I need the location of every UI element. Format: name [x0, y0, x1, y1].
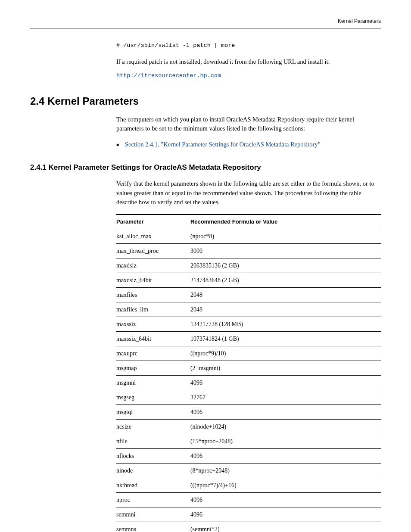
param-name-cell: ksi_alloc_max [116, 229, 190, 243]
param-name-cell: semmni [116, 507, 190, 522]
section-xref-list: Section 2.4.1, "Kernel Parameter Setting… [116, 140, 381, 149]
section-title-text: Kernel Parameters [47, 95, 139, 107]
param-value-cell: ((nproc*9)/10) [190, 346, 381, 361]
table-header-row: Parameter Recommended Formula or Value [116, 215, 381, 229]
param-value-cell: (semmni*2) [190, 522, 381, 532]
table-body: ksi_alloc_max(nproc*8)max_thread_proc300… [116, 229, 381, 532]
table-row: semmns(semmni*2) [116, 522, 381, 532]
table-row: msgmap(2+msgmni) [116, 361, 381, 375]
section-2-4-1-heading: 2.4.1 Kernel Parameter Settings for Orac… [30, 162, 381, 173]
table-row: maxssiz_64bit1073741824 (1 GB) [116, 331, 381, 346]
xref-link-2-4-1[interactable]: Section 2.4.1, "Kernel Parameter Setting… [125, 141, 321, 148]
running-header: Kernel Parameters [30, 17, 381, 25]
header-rule [30, 28, 381, 28]
subsection-title-text: Kernel Parameter Settings for OracleAS M… [49, 163, 261, 171]
param-value-cell: 2048 [190, 302, 381, 317]
param-value-cell: (ninode+1024) [190, 419, 381, 434]
kernel-parameters-table: Parameter Recommended Formula or Value k… [116, 214, 381, 532]
param-name-cell: maxdsiz_64bit [116, 273, 190, 287]
param-name-cell: msgseg [116, 390, 190, 404]
table-row: msgseg32767 [116, 390, 381, 404]
param-name-cell: maxfiles [116, 287, 190, 302]
param-value-cell: 3000 [190, 243, 381, 258]
section-2-4-heading: 2.4 Kernel Parameters [30, 93, 381, 109]
table-row: msgmni4096 [116, 375, 381, 390]
table-row: nkthread(((nproc*7)/4)+16) [116, 478, 381, 492]
param-name-cell: maxuprc [116, 346, 190, 361]
param-value-cell: 4096 [190, 507, 381, 522]
section-number: 2.4 [30, 95, 44, 107]
param-name-cell: maxfiles_lim [116, 302, 190, 317]
param-value-cell: (8*nproc+2048) [190, 463, 381, 478]
param-name-cell: ncsize [116, 419, 190, 434]
param-value-cell: 2048 [190, 287, 381, 302]
table-row: maxfiles2048 [116, 287, 381, 302]
col-header-parameter: Parameter [116, 215, 190, 229]
swlist-command: # /usr/sbin/swlist -l patch | more [116, 41, 381, 50]
param-value-cell: (nproc*8) [190, 229, 381, 243]
table-row: max_thread_proc3000 [116, 243, 381, 258]
param-value-cell: (15*nproc+2048) [190, 434, 381, 448]
list-item: Section 2.4.1, "Kernel Parameter Setting… [116, 140, 381, 149]
section-intro-paragraph: The computers on which you plan to insta… [116, 115, 381, 134]
param-name-cell: msgtql [116, 404, 190, 419]
param-value-cell: (((nproc*7)/4)+16) [190, 478, 381, 492]
param-value-cell: 32767 [190, 390, 381, 404]
param-value-cell: 134217728 (128 MB) [190, 317, 381, 331]
param-name-cell: ninode [116, 463, 190, 478]
param-value-cell: 4096 [190, 375, 381, 390]
param-name-cell: msgmap [116, 361, 190, 375]
table-row: msgtql4096 [116, 404, 381, 419]
table-row: nflocks4096 [116, 448, 381, 463]
table-row: semmni4096 [116, 507, 381, 522]
table-row: nfile(15*nproc+2048) [116, 434, 381, 448]
param-value-cell: 1073741824 (1 GB) [190, 331, 381, 346]
param-value-cell: (2+msgmni) [190, 361, 381, 375]
param-name-cell: nkthread [116, 478, 190, 492]
table-row: ncsize(ninode+1024) [116, 419, 381, 434]
param-value-cell: 4096 [190, 492, 381, 507]
patch-instruction: If a required patch is not installed, do… [116, 57, 381, 67]
param-value-cell: 4096 [190, 404, 381, 419]
table-row: ninode(8*nproc+2048) [116, 463, 381, 478]
param-value-cell: 4096 [190, 448, 381, 463]
subsection-intro-paragraph: Verify that the kernel parameters shown … [116, 179, 381, 207]
patch-url-link[interactable]: http://itresourcecenter.hp.com [116, 72, 381, 80]
table-row: maxdsiz2063835136 (2 GB) [116, 258, 381, 273]
param-name-cell: nflocks [116, 448, 190, 463]
param-name-cell: semmns [116, 522, 190, 532]
param-name-cell: msgmni [116, 375, 190, 390]
table-row: ksi_alloc_max(nproc*8) [116, 229, 381, 243]
param-name-cell: maxssiz_64bit [116, 331, 190, 346]
table-row: maxssiz134217728 (128 MB) [116, 317, 381, 331]
col-header-value: Recommended Formula or Value [190, 215, 381, 229]
table-row: maxuprc((nproc*9)/10) [116, 346, 381, 361]
param-value-cell: 2063835136 (2 GB) [190, 258, 381, 273]
param-name-cell: nfile [116, 434, 190, 448]
table-row: maxfiles_lim2048 [116, 302, 381, 317]
param-name-cell: maxssiz [116, 317, 190, 331]
param-name-cell: maxdsiz [116, 258, 190, 273]
param-name-cell: nproc [116, 492, 190, 507]
table-row: nproc4096 [116, 492, 381, 507]
subsection-number: 2.4.1 [30, 163, 47, 171]
param-name-cell: max_thread_proc [116, 243, 190, 258]
table-row: maxdsiz_64bit2147483648 (2 GB) [116, 273, 381, 287]
param-value-cell: 2147483648 (2 GB) [190, 273, 381, 287]
